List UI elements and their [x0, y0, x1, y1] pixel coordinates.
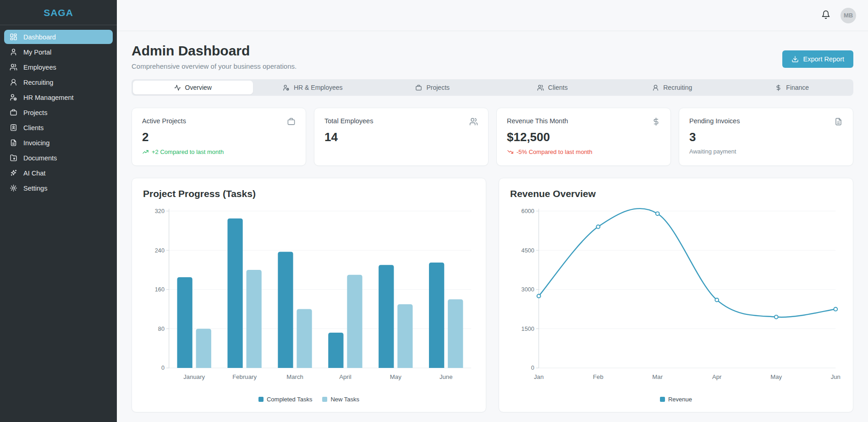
file-text-icon — [834, 117, 843, 126]
sidebar-item-label: Employees — [23, 64, 56, 71]
brand-logo: SAGA — [0, 0, 117, 25]
briefcase-icon — [287, 117, 296, 126]
sidebar-item-recruiting[interactable]: Recruiting — [4, 75, 113, 89]
export-report-button[interactable]: Export Report — [782, 50, 853, 68]
layout-dashboard-icon — [10, 33, 17, 41]
settings-icon — [10, 184, 17, 192]
svg-text:February: February — [232, 373, 257, 380]
svg-text:4500: 4500 — [522, 247, 534, 254]
svg-text:160: 160 — [155, 286, 165, 293]
svg-text:March: March — [286, 373, 303, 380]
legend-item-completed-tasks[interactable]: Completed Tasks — [258, 396, 312, 403]
stat-label: Total Employees — [324, 117, 373, 125]
sidebar-item-label: Settings — [23, 185, 47, 192]
svg-text:Feb: Feb — [593, 373, 604, 380]
activity-icon — [174, 84, 181, 91]
sidebar-item-label: Recruiting — [23, 79, 53, 86]
sidebar-item-dashboard[interactable]: Dashboard — [4, 30, 113, 44]
page-content: Admin Dashboard Comprehensive overview o… — [117, 31, 868, 412]
trend-up-icon — [142, 148, 149, 155]
stat-value: 2 — [142, 130, 296, 144]
users-icon — [10, 63, 17, 71]
legend-label: Revenue — [668, 396, 692, 403]
id-card-icon — [10, 124, 17, 132]
svg-text:240: 240 — [155, 247, 165, 254]
topbar: MB — [117, 0, 868, 31]
tab-finance[interactable]: Finance — [732, 81, 852, 94]
svg-text:320: 320 — [155, 208, 165, 214]
legend-item-new-tasks[interactable]: New Tasks — [322, 396, 359, 403]
stat-delta: -5% Compared to last month — [507, 148, 660, 155]
sidebar: SAGA Dashboard My Portal Employees Recru… — [0, 0, 117, 422]
export-report-label: Export Report — [803, 55, 844, 63]
file-text-icon — [10, 139, 17, 147]
svg-text:Jun: Jun — [831, 373, 841, 380]
tab-hr-employees[interactable]: HR & Employees — [253, 81, 373, 94]
sidebar-item-label: My Portal — [23, 49, 51, 56]
legend-label: New Tasks — [330, 396, 359, 403]
sidebar-item-label: HR Management — [23, 94, 74, 101]
tab-clients[interactable]: Clients — [493, 81, 613, 94]
svg-text:January: January — [183, 373, 205, 380]
sidebar-item-ai-chat[interactable]: AI Chat — [4, 166, 113, 180]
notifications-button[interactable] — [821, 10, 830, 21]
dollar-icon — [775, 84, 782, 91]
sidebar-item-my-portal[interactable]: My Portal — [4, 45, 113, 59]
svg-text:Apr: Apr — [712, 373, 722, 380]
sidebar-item-label: Dashboard — [23, 33, 56, 41]
user-round-icon — [10, 78, 17, 86]
stat-card-total-employees: Total Employees 14 — [314, 108, 489, 166]
download-icon — [791, 55, 799, 63]
tab-overview[interactable]: Overview — [133, 81, 253, 94]
sidebar-item-clients[interactable]: Clients — [4, 121, 113, 135]
sidebar-divider — [0, 25, 117, 25]
sidebar-item-settings[interactable]: Settings — [4, 181, 113, 195]
svg-text:Mar: Mar — [652, 373, 663, 380]
sidebar-item-employees[interactable]: Employees — [4, 60, 113, 74]
svg-text:80: 80 — [158, 325, 165, 332]
svg-text:0: 0 — [531, 364, 534, 371]
stat-label: Active Projects — [142, 117, 186, 125]
line-chart-title: Revenue Overview — [510, 188, 842, 199]
bar-chart-card: Project Progress (Tasks) 080160240320Jan… — [132, 178, 486, 412]
bell-icon — [821, 10, 830, 19]
svg-text:June: June — [439, 373, 453, 380]
dollar-icon — [652, 117, 660, 126]
tab-label: Overview — [185, 84, 212, 91]
stat-value: 3 — [689, 130, 843, 144]
folder-icon — [10, 154, 17, 162]
stat-delta: +2 Compared to last month — [142, 148, 296, 155]
tab-label: HR & Employees — [294, 84, 343, 91]
svg-text:6000: 6000 — [522, 208, 534, 214]
users-icon — [469, 117, 478, 126]
user-round-icon — [652, 84, 659, 91]
bar-chart-title: Project Progress (Tasks) — [143, 188, 475, 199]
line-chart: 01500300045006000JanFebMarAprMayJun — [510, 203, 842, 395]
stat-card-pending-invoices: Pending Invoices 3 Awaiting payment — [679, 108, 853, 166]
tab-label: Recruiting — [663, 84, 692, 91]
sidebar-item-projects[interactable]: Projects — [4, 105, 113, 120]
svg-text:3000: 3000 — [522, 286, 534, 293]
bell-icon — [821, 10, 830, 21]
sidebar-item-documents[interactable]: Documents — [4, 151, 113, 165]
svg-text:1500: 1500 — [522, 325, 534, 332]
tab-label: Clients — [548, 84, 568, 91]
users-icon — [537, 84, 544, 91]
download-icon — [791, 55, 799, 63]
sidebar-item-label: Clients — [23, 124, 44, 132]
charts-row: Project Progress (Tasks) 080160240320Jan… — [132, 178, 853, 412]
sparkles-icon — [10, 169, 17, 177]
legend-label: Completed Tasks — [267, 396, 312, 403]
sidebar-item-invoicing[interactable]: Invoicing — [4, 136, 113, 150]
sidebar-item-label: Invoicing — [23, 139, 49, 147]
sidebar-item-hr-management[interactable]: HR Management — [4, 90, 113, 104]
page-head: Admin Dashboard Comprehensive overview o… — [132, 43, 853, 70]
tab-recruiting[interactable]: Recruiting — [612, 81, 732, 94]
tab-label: Projects — [426, 84, 450, 91]
stat-label: Pending Invoices — [689, 117, 740, 125]
legend-swatch — [258, 397, 264, 402]
avatar[interactable]: MB — [841, 8, 856, 23]
legend-item-revenue[interactable]: Revenue — [660, 396, 692, 403]
user-cog-icon — [283, 84, 290, 91]
tab-projects[interactable]: Projects — [373, 81, 493, 94]
